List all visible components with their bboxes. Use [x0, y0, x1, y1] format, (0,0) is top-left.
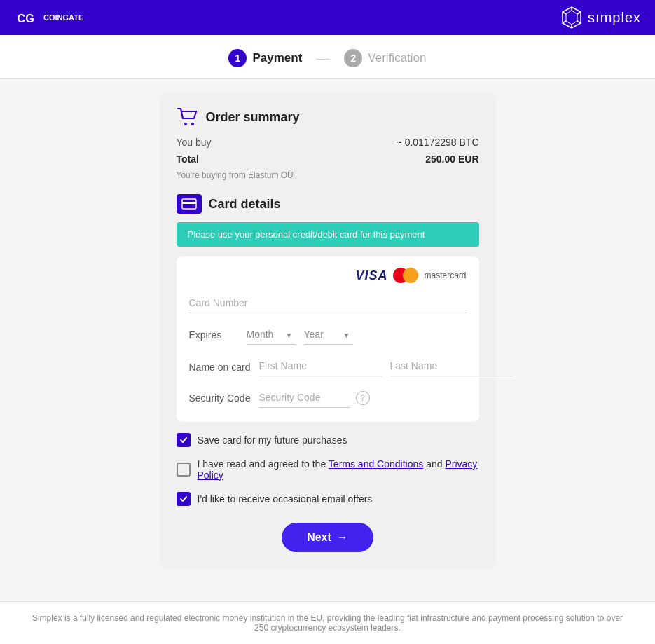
save-card-checkbox[interactable] [177, 433, 191, 447]
checkmark-icon [179, 436, 188, 444]
step2-label: Verification [368, 51, 426, 65]
svg-text:CG: CG [18, 12, 34, 25]
next-button-label: Next [307, 531, 331, 544]
footer: Simplex is a fully licensed and regulate… [0, 601, 655, 644]
main-content: Order summary You buy ~ 0.01172298 BTC T… [0, 79, 655, 601]
help-icon[interactable]: ? [356, 391, 370, 405]
security-code-label: Security Code [189, 392, 259, 404]
email-offers-label: I'd like to receive occasional email off… [198, 493, 373, 505]
card-details-section: Card details Please use your personal cr… [177, 194, 479, 422]
footer-text: Simplex is a fully licensed and regulate… [32, 613, 623, 633]
next-button-wrap: Next → [177, 523, 479, 552]
security-code-row: Security Code ? [189, 388, 467, 408]
mc-circle-right [403, 268, 418, 283]
you-buy-label: You buy [177, 137, 212, 148]
buying-from-link[interactable]: Elastum OÜ [248, 170, 294, 180]
card-form: VISA mastercard Expires Month [177, 256, 479, 422]
you-buy-row: You buy ~ 0.01172298 BTC [177, 137, 479, 148]
expires-label: Expires [189, 329, 238, 341]
email-offers-row[interactable]: I'd like to receive occasional email off… [177, 492, 479, 506]
simplex-icon [560, 6, 584, 29]
mc-text: mastercard [424, 270, 466, 280]
total-row: Total 250.00 EUR [177, 153, 479, 165]
name-inputs [259, 356, 513, 376]
card-number-field [189, 293, 467, 313]
email-checkmark-icon [179, 495, 188, 503]
terms-row[interactable]: I have read and agreed to the Terms and … [177, 458, 479, 481]
card-number-input[interactable] [189, 293, 467, 313]
order-summary-header: Order summary [177, 107, 479, 127]
save-card-label: Save card for my future purchases [198, 434, 347, 446]
year-select-wrap: Year2024202520262027202820292030 ▼ [304, 324, 353, 345]
mastercard-logo [393, 268, 418, 283]
card-details-title: Card details [209, 197, 281, 212]
card-details-header: Card details [177, 194, 479, 214]
content-box: Order summary You buy ~ 0.01172298 BTC T… [160, 93, 496, 569]
you-buy-value: ~ 0.01172298 BTC [397, 137, 479, 148]
card-notice: Please use your personal credit/debit ca… [177, 222, 479, 247]
cart-icon [177, 107, 199, 127]
step-divider: — [316, 50, 330, 67]
step-payment: 1 Payment [228, 49, 302, 67]
name-on-card-row: Name on card [189, 356, 467, 376]
buying-from: You're buying from Elastum OÜ [177, 170, 479, 180]
step1-num: 1 [228, 49, 247, 67]
visa-logo: VISA [355, 268, 387, 283]
last-name-input[interactable] [390, 356, 513, 376]
terms-checkbox[interactable] [177, 463, 191, 477]
header: CG COINGATE sımplex [0, 0, 655, 35]
svg-point-11 [191, 123, 194, 125]
year-select[interactable]: Year2024202520262027202820292030 [304, 324, 353, 345]
order-summary-title: Order summary [206, 110, 300, 125]
first-name-input[interactable] [259, 356, 382, 376]
credit-card-icon [181, 198, 197, 210]
steps-nav: 1 Payment — 2 Verification [0, 35, 655, 79]
month-select-wrap: Month010203040506070809101112 ▼ [247, 324, 296, 345]
total-value: 250.00 EUR [425, 153, 478, 165]
expires-row: Expires Month010203040506070809101112 ▼ … [189, 324, 467, 345]
simplex-name: sımplex [588, 10, 641, 26]
name-on-card-label: Name on card [189, 356, 259, 373]
coingate-text: COINGATE [43, 13, 83, 22]
total-label: Total [177, 153, 199, 165]
month-select[interactable]: Month010203040506070809101112 [247, 324, 296, 345]
svg-marker-3 [566, 11, 577, 25]
step-verification: 2 Verification [344, 49, 426, 67]
terms-text: I have read and agreed to the Terms and … [198, 458, 479, 481]
step1-label: Payment [252, 51, 302, 65]
terms-link[interactable]: Terms and Conditions [329, 458, 423, 470]
security-code-input[interactable] [259, 388, 350, 408]
security-input-wrap: ? [259, 388, 370, 408]
card-brands: VISA mastercard [189, 268, 467, 283]
email-offers-checkbox[interactable] [177, 492, 191, 506]
svg-rect-13 [182, 202, 196, 204]
simplex-logo: sımplex [560, 6, 641, 29]
next-arrow-icon: → [337, 531, 348, 544]
coingate-logo: CG COINGATE [14, 5, 83, 30]
svg-point-10 [184, 123, 187, 125]
next-button[interactable]: Next → [282, 523, 373, 552]
save-card-row[interactable]: Save card for my future purchases [177, 433, 479, 447]
step2-num: 2 [344, 49, 362, 67]
card-icon [177, 194, 202, 214]
